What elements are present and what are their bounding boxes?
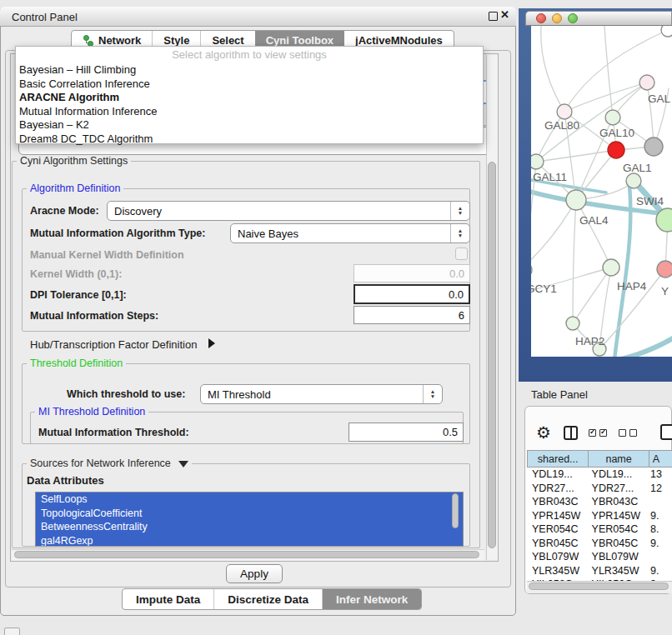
float-window-icon[interactable] <box>489 12 498 21</box>
window-minimize-icon[interactable] <box>552 13 562 23</box>
kernel-width-field[interactable]: 0.0 <box>354 264 470 282</box>
hub-definition-toggle[interactable]: Hub/Transcription Factor Definition <box>30 338 215 351</box>
table-row[interactable]: YLR345WYLR345W9. <box>527 564 672 578</box>
network-node-gal[interactable] <box>639 75 654 90</box>
table-cell[interactable]: YBR043C <box>589 495 649 509</box>
network-node-y[interactable] <box>657 261 672 278</box>
network-canvas[interactable]: GALGAL80GAL10GAL1GAL11SWI4GAL4GCY1HAP4YH… <box>531 26 672 357</box>
network-node-gal11[interactable] <box>531 154 544 169</box>
table-cell[interactable]: YLR345W <box>589 564 649 578</box>
network-edge[interactable] <box>604 26 613 118</box>
tab-infer-network[interactable]: Infer Network <box>322 589 421 609</box>
attributes-list-scrollbar[interactable] <box>452 493 459 528</box>
network-edge[interactable] <box>576 200 611 268</box>
network-node[interactable] <box>644 138 663 156</box>
algorithm-option[interactable]: Bayesian – Hill Climbing <box>19 63 136 78</box>
window-close-icon[interactable] <box>536 13 546 23</box>
manual-kernel-checkbox[interactable] <box>455 248 468 260</box>
column-header-partial[interactable]: A <box>649 451 672 467</box>
table-cell[interactable]: YDR27... <box>589 482 649 496</box>
gear-icon[interactable]: ⚙ <box>536 424 551 441</box>
table-row[interactable]: YBR045CYBR045C9. <box>527 537 672 551</box>
network-node-swi4[interactable] <box>626 173 641 188</box>
table-cell[interactable]: YBR045C <box>589 537 649 551</box>
network-node[interactable] <box>661 26 672 37</box>
table-cell[interactable]: YDR27... <box>527 482 589 496</box>
close-icon[interactable]: ✕ <box>500 8 509 21</box>
algorithm-option[interactable]: Dream8 DC_TDC Algorithm <box>19 132 153 147</box>
list-item[interactable]: gal4RGexp <box>36 534 463 548</box>
network-node-gal4[interactable] <box>566 190 586 210</box>
table-cell[interactable]: YDL19... <box>527 468 589 482</box>
network-node-gal10[interactable] <box>605 110 620 125</box>
table-cell[interactable]: 8. <box>649 522 672 537</box>
minimized-window-icon[interactable] <box>4 628 20 635</box>
column-layout-icon[interactable] <box>564 426 578 440</box>
column-header-shared-name[interactable]: shared... <box>527 451 588 467</box>
table-row[interactable]: YBL079WYBL079W <box>527 550 672 564</box>
table-cell[interactable] <box>649 495 672 509</box>
network-node-gal1[interactable] <box>608 142 624 158</box>
window-maximize-icon[interactable] <box>568 13 578 23</box>
table-cell[interactable]: YPR145W <box>589 509 649 523</box>
algorithm-option-highlighted[interactable]: ARACNE Algorithm <box>19 91 119 105</box>
network-edge[interactable] <box>564 82 647 112</box>
mi-steps-field[interactable]: 6 <box>354 306 470 324</box>
combo-spinner-icon[interactable]: ▲▼ <box>423 385 442 403</box>
algorithm-option[interactable]: Basic Correlation Inference <box>19 78 150 92</box>
table-cell[interactable]: YDL19... <box>589 468 649 482</box>
table-cell[interactable]: YER054C <box>527 522 589 537</box>
table-cell[interactable]: 9. <box>649 564 672 578</box>
network-window-titlebar[interactable] <box>525 11 672 26</box>
table-cell[interactable]: 12 <box>649 482 672 496</box>
combo-spinner-icon[interactable]: ▲▼ <box>450 224 469 242</box>
apply-button[interactable]: Apply <box>226 564 283 583</box>
network-edge[interactable] <box>573 200 576 323</box>
mi-type-combo[interactable]: Naive Bayes ▲▼ <box>230 223 470 243</box>
dpi-tolerance-field[interactable]: 0.0 <box>354 284 470 304</box>
settings-vertical-scrollbar-thumb[interactable] <box>488 162 496 548</box>
table-cell[interactable]: YBR045C <box>527 537 589 551</box>
sources-toggle[interactable]: Sources for Network Inference <box>27 458 192 469</box>
list-item[interactable]: SelfLoops <box>36 492 463 507</box>
table-row[interactable]: YPR145WYPR145W9. <box>527 509 672 523</box>
table-row[interactable]: YDR27...YDR27...12 <box>527 482 672 496</box>
network-node-hap2[interactable] <box>566 317 579 330</box>
network-node-hap4[interactable] <box>603 259 619 276</box>
table-cell[interactable] <box>649 550 672 564</box>
algorithm-option[interactable]: Bayesian – K2 <box>19 118 89 132</box>
tab-discretize-data[interactable]: Discretize Data <box>213 589 322 609</box>
hide-columns-icon[interactable] <box>619 429 637 437</box>
network-edge[interactable] <box>621 336 672 357</box>
list-item[interactable]: BetweennessCentrality <box>36 520 463 534</box>
table-horizontal-scrollbar-thumb[interactable] <box>529 582 669 590</box>
table-cell[interactable]: 13 <box>649 468 672 482</box>
aracne-mode-combo[interactable]: Discovery ▲▼ <box>107 201 470 221</box>
settings-horizontal-scrollbar-thumb[interactable] <box>14 551 479 558</box>
column-header-name[interactable]: name <box>588 451 648 467</box>
combo-spinner-icon[interactable]: ▲▼ <box>450 202 469 220</box>
table-row[interactable]: YDL19...YDL19...13 <box>527 468 672 482</box>
table-cell[interactable]: 9. <box>649 537 672 551</box>
table-cell[interactable]: YER054C <box>589 522 649 537</box>
list-item[interactable]: TopologicalCoefficient <box>36 507 463 521</box>
network-node-gal80[interactable] <box>557 104 572 119</box>
table-cell[interactable]: YPR145W <box>527 509 589 523</box>
table-cell[interactable]: 9. <box>649 509 672 523</box>
table-cell[interactable]: YBL079W <box>527 550 589 564</box>
table-cell[interactable]: YBR043C <box>527 495 589 509</box>
network-node-gcy1[interactable] <box>531 262 532 278</box>
table-row[interactable]: YBR043CYBR043C <box>527 495 672 509</box>
tab-impute-data[interactable]: Impute Data <box>123 589 213 609</box>
table-cell[interactable]: YBL079W <box>589 550 649 564</box>
show-checked-columns-icon[interactable] <box>589 429 607 437</box>
network-edge[interactable] <box>531 200 576 268</box>
table-row[interactable]: YER054CYER054C8. <box>527 522 672 537</box>
table-cell[interactable]: YLR345W <box>527 564 589 578</box>
mi-threshold-field[interactable]: 0.5 <box>349 422 464 442</box>
network-edge[interactable] <box>573 268 611 323</box>
algorithm-option[interactable]: Mutual Information Inference <box>19 105 157 119</box>
which-threshold-combo[interactable]: MI Threshold ▲▼ <box>200 384 443 404</box>
table-mode-icon[interactable] <box>660 424 672 440</box>
network-edge[interactable] <box>541 26 564 112</box>
